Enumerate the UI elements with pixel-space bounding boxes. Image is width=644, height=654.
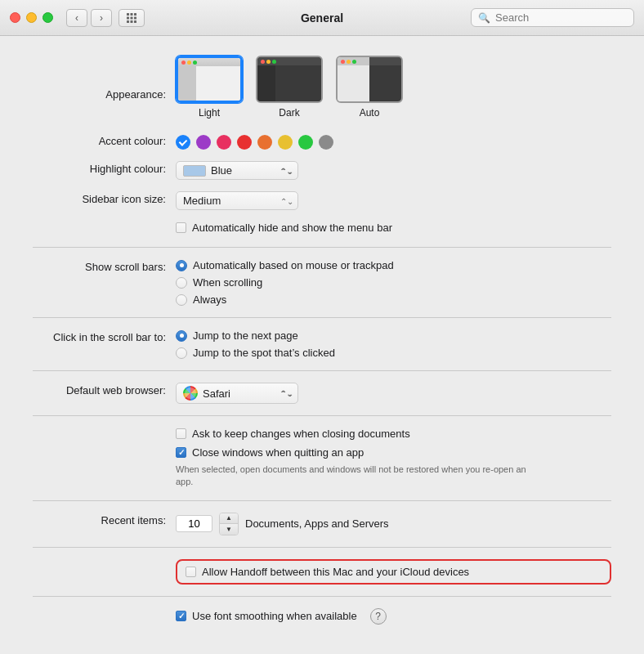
close-button[interactable] xyxy=(10,12,20,23)
sidebar-icon-size-select[interactable]: Small Medium Large xyxy=(176,191,298,210)
light-label: Light xyxy=(199,107,220,119)
appearance-row: Appearance: xyxy=(33,56,611,119)
divider-2 xyxy=(33,317,611,318)
font-smoothing-checkbox-row: Use font smoothing when available xyxy=(176,610,357,622)
appearance-light[interactable]: Light xyxy=(176,56,243,119)
ask-keep-label: Ask to keep changes when closing documen… xyxy=(192,428,410,440)
click-scroll-row: Click in the scroll bar to: Jump to the … xyxy=(33,329,611,359)
scroll-auto-radio[interactable] xyxy=(176,260,187,271)
accent-yellow[interactable] xyxy=(278,135,293,150)
scroll-always-row: Always xyxy=(176,293,394,306)
highlight-colour-select[interactable]: Blue ⌃⌄ xyxy=(176,161,298,180)
font-smoothing-row: Use font smoothing when available ? xyxy=(176,608,611,625)
ask-keep-row: Ask to keep changes when closing documen… xyxy=(176,428,611,440)
ask-keep-checkbox[interactable] xyxy=(176,428,186,439)
click-next-row: Jump to the next page xyxy=(176,329,335,342)
ask-keep-checkbox-row: Ask to keep changes when closing documen… xyxy=(176,428,611,440)
light-topbar xyxy=(178,58,240,66)
svg-rect-7 xyxy=(131,20,133,23)
recent-items-stepper: ▲ ▼ xyxy=(219,513,239,535)
highlight-colour-label: Highlight colour: xyxy=(33,161,176,175)
auto-topbar xyxy=(338,57,401,65)
search-box[interactable]: 🔍 xyxy=(471,8,634,27)
grid-icon xyxy=(126,12,137,24)
recent-items-label: Recent items: xyxy=(33,513,176,526)
maximize-button[interactable] xyxy=(42,12,53,23)
accent-red[interactable] xyxy=(237,135,252,150)
close-windows-label: Close windows when quitting an app xyxy=(192,446,364,459)
light-thumb-img xyxy=(178,58,240,101)
scroll-auto-label: Automatically based on mouse or trackpad xyxy=(193,259,394,271)
auto-dot-green xyxy=(352,60,356,64)
highlight-stepper-icon: ⌃⌄ xyxy=(280,166,293,175)
click-spot-row: Jump to the spot that’s clicked xyxy=(176,347,335,359)
dark-topbar xyxy=(257,57,321,65)
help-button[interactable]: ? xyxy=(370,608,387,625)
back-button[interactable]: ‹ xyxy=(66,9,87,27)
svg-rect-0 xyxy=(127,13,129,16)
handoff-row: Allow Handoff between this Mac and your … xyxy=(176,559,611,585)
svg-rect-2 xyxy=(134,13,136,16)
accent-blue[interactable] xyxy=(176,135,190,150)
dark-thumbnail xyxy=(256,56,323,103)
scroll-auto-row: Automatically based on mouse or trackpad xyxy=(176,259,394,271)
minimize-button[interactable] xyxy=(26,12,37,23)
highlight-colour-row: Highlight colour: Blue ⌃⌄ xyxy=(33,161,611,180)
auto-hide-checkbox-row: Automatically hide and show the menu bar xyxy=(176,222,392,234)
thumb-dot-green xyxy=(193,60,197,65)
scroll-always-radio[interactable] xyxy=(176,294,187,306)
search-input[interactable] xyxy=(495,11,627,24)
recent-items-down[interactable]: ▼ xyxy=(220,524,238,535)
click-spot-label: Jump to the spot that’s clicked xyxy=(193,347,335,359)
sidebar-icon-size-label: Sidebar icon size: xyxy=(33,191,176,205)
light-thumbnail xyxy=(176,56,243,103)
sidebar-icon-size-wrapper[interactable]: Small Medium Large xyxy=(176,191,298,210)
scroll-bars-label: Show scroll bars: xyxy=(33,259,176,273)
thumb-content-dark xyxy=(275,65,321,103)
default-browser-row: Default web browser: Safari ⌃⌄ xyxy=(33,383,611,404)
forward-button[interactable]: › xyxy=(91,9,112,27)
accent-graphite[interactable] xyxy=(319,135,333,150)
appearance-auto[interactable]: Auto xyxy=(336,56,403,119)
dark-dot-green xyxy=(272,60,276,64)
accent-colour-label: Accent colour: xyxy=(33,133,176,147)
auto-hide-row: Automatically hide and show the menu bar xyxy=(176,222,611,234)
auto-label: Auto xyxy=(360,107,380,119)
safari-icon xyxy=(183,386,198,401)
scroll-bars-row: Show scroll bars: Automatically based on… xyxy=(33,259,611,306)
thumb-dot-yellow xyxy=(187,60,191,65)
browser-stepper-icon: ⌃⌄ xyxy=(280,389,293,398)
appearance-dark[interactable]: Dark xyxy=(256,56,323,119)
auto-hide-checkbox[interactable] xyxy=(176,222,186,233)
handoff-checkbox[interactable] xyxy=(186,567,196,577)
highlight-swatch xyxy=(183,165,206,177)
svg-rect-1 xyxy=(131,13,133,16)
click-spot-radio[interactable] xyxy=(176,347,187,359)
divider-7 xyxy=(33,596,611,597)
auto-hide-label: Automatically hide and show the menu bar xyxy=(192,222,392,234)
default-browser-select[interactable]: Safari ⌃⌄ xyxy=(176,383,298,404)
scroll-when-radio[interactable] xyxy=(176,277,187,289)
svg-rect-6 xyxy=(127,20,129,23)
accent-purple[interactable] xyxy=(196,135,211,150)
dark-dot-red xyxy=(261,60,265,64)
recent-items-value[interactable] xyxy=(176,515,212,532)
click-next-radio[interactable] xyxy=(176,330,187,342)
accent-pink[interactable] xyxy=(217,135,231,150)
grid-button[interactable] xyxy=(119,9,145,27)
accent-orange[interactable] xyxy=(257,135,272,150)
close-windows-hint: When selected, open documents and window… xyxy=(176,464,527,489)
font-smoothing-checkbox[interactable] xyxy=(176,611,186,621)
scroll-when-label: When scrolling xyxy=(193,276,262,289)
highlight-colour-value: Blue xyxy=(211,164,232,177)
recent-items-up[interactable]: ▲ xyxy=(220,513,238,524)
divider-5 xyxy=(33,500,611,501)
recent-items-stepper-wrapper: ▲ ▼ Documents, Apps and Servers xyxy=(176,513,389,535)
thumb-sidebar-light xyxy=(178,66,196,103)
appearance-label: Appearance: xyxy=(33,56,176,101)
close-windows-checkbox[interactable] xyxy=(176,447,186,458)
sidebar-icon-size-row: Sidebar icon size: Small Medium Large xyxy=(33,191,611,210)
accent-green[interactable] xyxy=(298,135,313,150)
dark-thumb-img xyxy=(257,57,321,101)
svg-rect-4 xyxy=(131,16,133,19)
